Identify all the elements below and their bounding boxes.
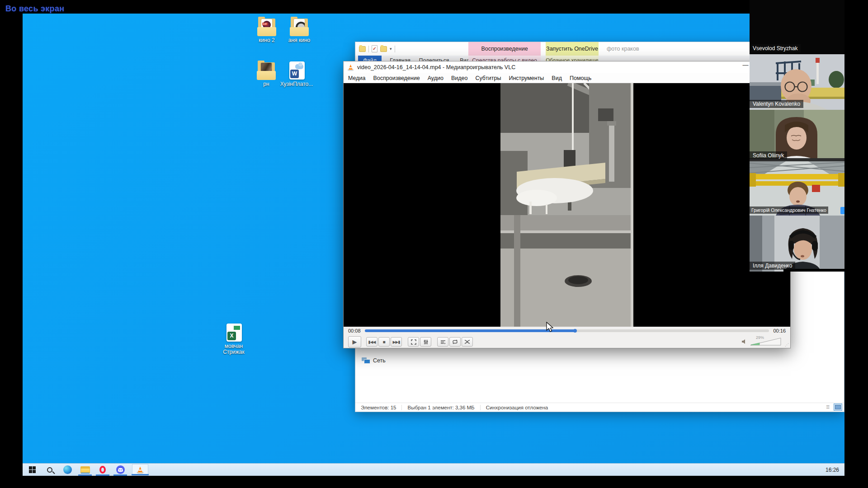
quick-access-toolbar: ✓ ▾: [359, 45, 395, 52]
start-button[interactable]: [26, 464, 38, 476]
seek-handle[interactable]: [573, 329, 577, 333]
participant-tile-hryhorii[interactable]: Григорій Олександрович Гнатенко: [750, 161, 844, 216]
folder-icon: [256, 17, 277, 36]
vlc-titlebar: video_2026-04-16_14-14-04.mp4 - Медиапро…: [344, 61, 790, 73]
seek-bar[interactable]: [365, 329, 769, 332]
participant-tile-valentyn[interactable]: Valentyn Kovalenko: [750, 54, 844, 110]
loop-button[interactable]: [449, 337, 461, 347]
new-folder-icon[interactable]: [380, 46, 387, 52]
playlist-button[interactable]: [437, 337, 448, 347]
network-icon: [362, 357, 370, 364]
qat-dropdown-icon[interactable]: ▾: [390, 47, 392, 51]
desktop-icon-anya-kino[interactable]: аня кино: [279, 17, 319, 43]
shuffle-button[interactable]: [462, 337, 473, 347]
folder-icon: [256, 61, 277, 80]
vlc-seek-row: 00:08 00:16: [344, 327, 790, 335]
previous-button[interactable]: ▮◀◀: [366, 337, 377, 347]
folder-icon: [289, 17, 310, 36]
volume-slider[interactable]: [750, 338, 782, 346]
participant-name: Vsevolod Stryzhak: [750, 44, 801, 52]
participant-name: Sofiia Oliinyk: [750, 151, 787, 160]
context-tab-playback[interactable]: Воспроизведение: [468, 42, 541, 56]
vlc-window: video_2026-04-16_14-14-04.mp4 - Медиапро…: [343, 61, 791, 348]
menu-video[interactable]: Видео: [451, 75, 468, 81]
word-document-icon: W: [286, 61, 307, 80]
loop-icon: [452, 339, 458, 344]
taskbar-search-button[interactable]: [44, 464, 56, 476]
participant-tile-sofiia[interactable]: Sofiia Oliinyk: [750, 110, 844, 161]
desktop-icon-label: аня кино: [279, 38, 319, 43]
taskbar-file-explorer-button[interactable]: [79, 464, 91, 476]
next-button[interactable]: ▶▶▮: [391, 337, 402, 347]
equalizer-icon: [423, 339, 429, 345]
vlc-menubar: Медиа Воспроизведение Аудио Видео Субтит…: [344, 73, 790, 83]
menu-playback[interactable]: Воспроизведение: [373, 75, 420, 81]
menu-subtitles[interactable]: Субтитры: [475, 75, 501, 81]
fullscreen-button[interactable]: Во весь экран: [5, 4, 64, 14]
edge-browser-icon: [63, 465, 72, 474]
desktop-icon-label: ХузінПлато...: [277, 81, 316, 87]
shuffle-icon: [464, 339, 470, 344]
time-elapsed: 00:08: [348, 328, 361, 333]
taskbar-clock[interactable]: 16:26: [826, 467, 844, 473]
shared-screen: кино 2 аня кино рн W ХузінПлато... X мов…: [23, 14, 844, 476]
seek-bar-fill: [365, 329, 575, 332]
desktop-icon-movchan-excel-file[interactable]: X мовчанСтрижак: [214, 323, 254, 355]
participant-name: Valentyn Kovalenko: [750, 100, 803, 108]
participants-sidebar: Vsevolod Stryzhak Valentyn Kovale: [750, 0, 844, 272]
menu-view[interactable]: Вид: [552, 75, 562, 81]
explorer-window-title: фото краков: [607, 46, 639, 52]
vlc-controls: ▶ ▮◀◀ ■ ▶▶▮: [344, 335, 790, 348]
fullscreen-toggle-button[interactable]: [408, 337, 419, 347]
menu-media[interactable]: Медиа: [348, 75, 365, 81]
windows-logo-icon: [29, 466, 36, 473]
speaker-icon[interactable]: [741, 339, 747, 344]
extended-settings-button[interactable]: [420, 337, 431, 347]
participant-name: Григорій Олександрович Гнатенко: [750, 206, 828, 214]
context-tab-onedrive[interactable]: Запустить OneDrive: [546, 42, 599, 56]
discord-icon: [116, 465, 125, 474]
desktop-icon-khuzin-word-doc[interactable]: W ХузінПлато...: [277, 61, 316, 87]
menu-help[interactable]: Помощь: [570, 75, 591, 81]
vlc-cone-icon: [137, 466, 144, 474]
participant-tile-vsevolod[interactable]: Vsevolod Stryzhak: [750, 0, 844, 54]
taskbar-edge-button[interactable]: [61, 464, 73, 476]
volume-fill: [751, 343, 760, 345]
menu-audio[interactable]: Аудио: [428, 75, 443, 81]
status-sync: Синхронизация отложена: [486, 405, 548, 410]
video-content-machine: [500, 83, 633, 327]
desktop-icon-label: мовчанСтрижак: [214, 343, 254, 355]
vlc-video-area[interactable]: [344, 83, 790, 327]
menu-tools[interactable]: Инструменты: [509, 75, 544, 81]
playlist-icon: [440, 339, 446, 345]
details-view-button[interactable]: ☰: [824, 404, 832, 411]
nav-item-network[interactable]: Сеть: [362, 357, 386, 364]
status-items-count: Элементов: 15: [361, 405, 396, 410]
taskbar-discord-button[interactable]: [114, 464, 126, 476]
vlc-window-title: video_2026-04-16_14-14-04.mp4 - Медиапро…: [357, 64, 515, 70]
sidebar-active-indicator: [840, 207, 844, 214]
search-icon: [47, 467, 52, 473]
taskbar: 16:26: [23, 463, 844, 476]
excel-file-icon: X: [223, 323, 244, 342]
taskbar-vlc-button[interactable]: [132, 464, 148, 476]
time-total: 00:16: [773, 328, 786, 333]
file-explorer-icon: [80, 466, 90, 474]
resize-grip[interactable]: ⋰: [785, 343, 789, 347]
explorer-statusbar: Элементов: 15 Выбран 1 элемент: 3,36 МБ …: [355, 403, 844, 412]
play-button[interactable]: ▶: [348, 336, 361, 347]
participant-name: Ілля Давиденко: [750, 262, 795, 270]
folder-icon[interactable]: [359, 46, 366, 52]
status-selection: Выбран 1 элемент: 3,36 МБ: [407, 405, 474, 410]
participant-tile-illia[interactable]: Ілля Давиденко: [750, 216, 844, 272]
stop-button[interactable]: ■: [378, 337, 390, 347]
fullscreen-icon: [411, 339, 416, 345]
taskbar-opera-button[interactable]: [97, 464, 108, 476]
vlc-cone-icon: [347, 64, 354, 71]
opera-browser-icon: [99, 466, 106, 474]
properties-check-icon[interactable]: ✓: [372, 45, 377, 52]
thumbnail-view-button[interactable]: [834, 404, 842, 411]
